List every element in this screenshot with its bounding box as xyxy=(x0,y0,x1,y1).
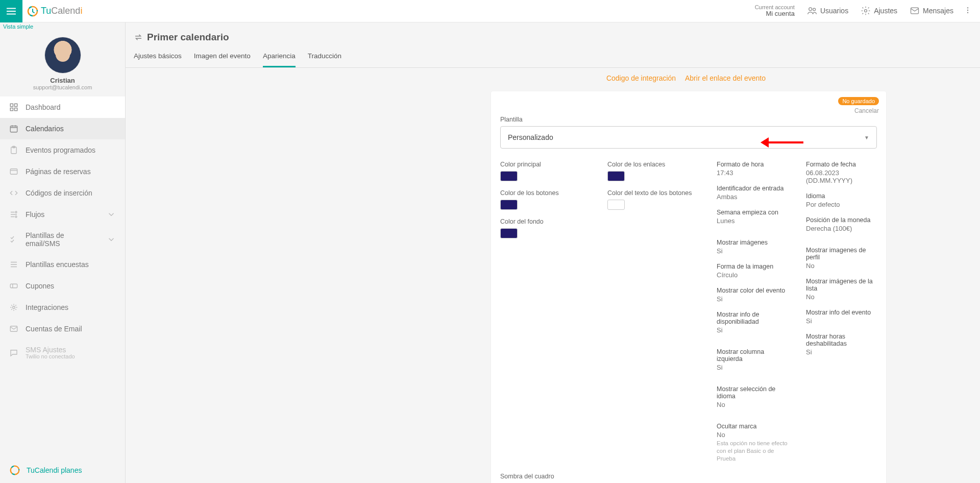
svg-rect-13 xyxy=(10,126,17,132)
users-icon xyxy=(807,6,817,16)
color-texto-botones-swatch[interactable] xyxy=(607,200,625,210)
swap-icon xyxy=(134,33,143,42)
svg-point-4 xyxy=(865,10,867,12)
color-botones-label: Color de los botones xyxy=(500,189,592,197)
chat-icon xyxy=(9,348,18,357)
tab-traduccion[interactable]: Traducción xyxy=(308,52,341,67)
avatar[interactable] xyxy=(44,37,81,74)
nav-calendarios[interactable]: Calendarios xyxy=(0,118,125,139)
mostrar-color-evento[interactable]: Mostrar color del eventoSi xyxy=(717,287,788,303)
vista-simple-link[interactable]: Vista simple xyxy=(0,22,125,31)
mostrar-seleccion-idioma[interactable]: Mostrar selección de idiomaNo xyxy=(717,385,788,408)
svg-point-18 xyxy=(15,216,17,218)
sidebar: Vista simple Cristian support@tucalendi.… xyxy=(0,22,126,483)
more-menu[interactable] xyxy=(960,5,976,17)
settings-column-1: Formato de hora17:43 Identificador de en… xyxy=(717,161,788,471)
forma-imagen[interactable]: Forma de la imagenCírculo xyxy=(717,263,788,279)
tab-imagen[interactable]: Imagen del evento xyxy=(194,52,251,67)
caret-down-icon: ▼ xyxy=(864,135,869,140)
mostrar-imagenes[interactable]: Mostrar imágenesSi xyxy=(717,239,788,255)
color-principal-swatch[interactable] xyxy=(500,171,518,181)
chevron-down-icon xyxy=(107,235,116,244)
users-link[interactable]: Usuarios xyxy=(801,6,854,16)
semana-empieza[interactable]: Semana empieza conLunes xyxy=(717,209,788,225)
clipboard-icon xyxy=(9,146,18,155)
settings-column-2: Formato de fecha06.08.2023 (DD.MM.YYYY) … xyxy=(806,161,877,471)
color-principal-label: Color principal xyxy=(500,161,592,168)
formato-hora[interactable]: Formato de hora17:43 xyxy=(717,161,788,177)
logo-text: TuCalendi xyxy=(41,6,82,16)
chevron-down-icon xyxy=(107,210,116,219)
nav-eventos[interactable]: Eventos programados xyxy=(0,139,125,161)
nav-sms[interactable]: SMS Ajustes Twilio no conectado xyxy=(0,340,125,366)
posicion-moneda[interactable]: Posición de la monedaDerecha (100€) xyxy=(806,216,877,232)
nav-flujos[interactable]: Flujos xyxy=(0,204,125,225)
formato-fecha[interactable]: Formato de fecha06.08.2023 (DD.MM.YYYY) xyxy=(806,161,877,184)
nav-cuentas-email[interactable]: Cuentas de Email xyxy=(0,318,125,340)
idioma[interactable]: IdiomaPor defecto xyxy=(806,192,877,208)
color-enlaces-swatch[interactable] xyxy=(607,171,625,181)
tab-apariencia[interactable]: Apariencia xyxy=(263,52,296,67)
main: Primer calendario Ajustes básicos Imagen… xyxy=(126,22,980,483)
mostrar-disponibilidad[interactable]: Mostrar info de disponibiliadadSi xyxy=(717,311,788,334)
svg-point-8 xyxy=(967,12,968,13)
settings-link[interactable]: Ajustes xyxy=(854,6,903,16)
account-value: Mi cuenta xyxy=(755,10,795,17)
nav-plantillas-email[interactable]: Plantillas de email/SMS xyxy=(0,225,125,254)
logo[interactable]: TuCalendi xyxy=(22,5,86,17)
tab-basicos[interactable]: Ajustes básicos xyxy=(134,52,182,67)
nav-codigos[interactable]: Códigos de inserción xyxy=(0,182,125,204)
svg-rect-5 xyxy=(911,8,919,14)
mostrar-horas-deshabilitadas[interactable]: Mostrar horas deshabilitadasSi xyxy=(806,333,877,356)
mostrar-col-izquierda[interactable]: Mostrar columna izquierdaSi xyxy=(717,348,788,371)
page-title: Primer calendario xyxy=(134,32,972,43)
sidebar-footer[interactable]: TuCalendi planes xyxy=(0,457,125,483)
svg-point-20 xyxy=(13,306,15,309)
nav-dashboard[interactable]: Dashboard xyxy=(0,96,125,118)
mostrar-imagenes-perfil[interactable]: Mostrar imagenes de perfilNo xyxy=(806,247,877,270)
mostrar-info-evento[interactable]: Mostrar info del eventoSi xyxy=(806,309,877,325)
svg-rect-10 xyxy=(15,104,17,106)
color-column-a: Color principal Color de los botones Col… xyxy=(500,161,592,471)
flow-icon xyxy=(9,210,18,219)
svg-rect-12 xyxy=(15,108,17,111)
calendar-icon xyxy=(9,124,18,133)
window-icon xyxy=(9,167,18,176)
profile-name: Cristian xyxy=(0,77,125,84)
svg-point-2 xyxy=(809,8,812,11)
identificador-entrada[interactable]: Identificador de entradaAmbas xyxy=(717,185,788,201)
card-top-badges: No guardado Cancelar xyxy=(838,96,879,114)
logo-icon xyxy=(9,465,20,476)
abrir-enlace-link[interactable]: Abrir el enlace del evento xyxy=(685,74,766,82)
ocultar-marca[interactable]: Ocultar marcaNoEsta opción no tiene efec… xyxy=(717,423,788,463)
nav-cupones[interactable]: Cupones xyxy=(0,275,125,297)
svg-point-17 xyxy=(15,211,17,213)
color-botones-swatch[interactable] xyxy=(500,200,518,210)
page-header: Primer calendario xyxy=(126,22,980,43)
color-fondo-label: Color del fondo xyxy=(500,218,592,225)
dots-vertical-icon xyxy=(964,5,972,15)
plantilla-select[interactable]: Personalizado ▼ xyxy=(500,126,877,149)
code-icon xyxy=(9,188,18,198)
logo-icon xyxy=(27,5,39,17)
hamburger-icon xyxy=(6,6,17,17)
codigo-integracion-link[interactable]: Codigo de integración xyxy=(606,74,676,82)
color-texto-botones-label: Color del texto de los botones xyxy=(607,189,699,197)
messages-link[interactable]: Mensajes xyxy=(903,6,960,16)
mail-icon xyxy=(9,324,18,333)
account-switcher[interactable]: Current account Mi cuenta xyxy=(749,4,801,17)
ticket-icon xyxy=(9,281,18,291)
color-fondo-swatch[interactable] xyxy=(500,228,518,238)
menu-toggle[interactable] xyxy=(0,0,22,22)
color-enlaces-label: Color de los enlaces xyxy=(607,161,699,168)
nav-paginas[interactable]: Páginas de reservas xyxy=(0,161,125,182)
nav-plantillas-encuestas[interactable]: Plantillas encuestas xyxy=(0,254,125,275)
topbar: TuCalendi Current account Mi cuenta Usua… xyxy=(0,0,980,22)
svg-point-7 xyxy=(967,10,968,11)
svg-point-3 xyxy=(813,8,816,11)
nav-integraciones[interactable]: Integraciones xyxy=(0,297,125,318)
dashboard-icon xyxy=(9,103,18,112)
mostrar-imagenes-lista[interactable]: Mostrar imágenes de la listaNo xyxy=(806,278,877,301)
svg-rect-19 xyxy=(10,284,17,288)
cancel-link[interactable]: Cancelar xyxy=(838,107,879,114)
